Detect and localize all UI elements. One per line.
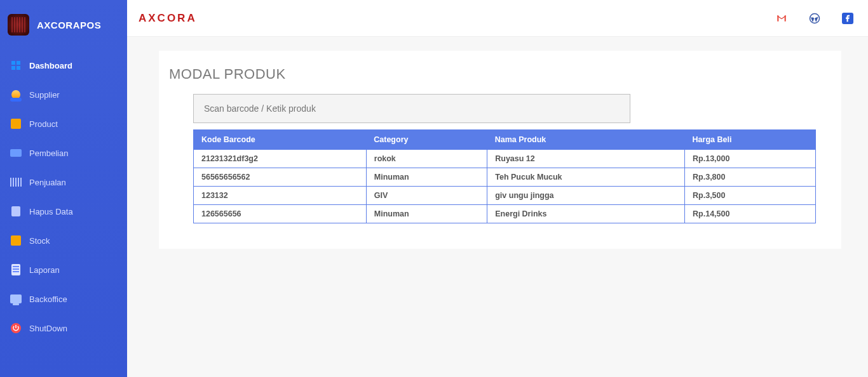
table-cell-category: Minuman (366, 168, 487, 187)
main-area: AXCORA MODAL PRODUK (127, 0, 868, 377)
table-cell-price: Rp.14,500 (685, 205, 816, 223)
table-cell-barcode: 123132 (194, 187, 367, 205)
facebook-icon[interactable] (841, 12, 854, 25)
power-icon (10, 322, 22, 334)
table-row[interactable]: 123132GIVgiv ungu jinggaRp.3,500 (194, 187, 816, 205)
table-cell-name: giv ungu jingga (487, 187, 685, 205)
search-box[interactable] (193, 94, 630, 123)
sidebar-item-pembelian[interactable]: Pembelian (0, 138, 127, 168)
sidebar-nav: DashboardSupplierProductPembelianPenjual… (0, 47, 127, 343)
topbar-icons (775, 12, 854, 25)
search-input[interactable] (204, 103, 620, 114)
table-cell-barcode: 56565656562 (194, 168, 367, 187)
sidebar-item-label: Dashboard (29, 61, 72, 70)
monitor-icon (10, 293, 22, 305)
sidebar-item-label: Supplier (29, 90, 60, 100)
app-logo-icon (8, 14, 29, 36)
product-table: Kode BarcodeCategoryNama ProdukHarga Bel… (193, 129, 816, 223)
sidebar-item-label: Backoffice (29, 294, 67, 304)
truck-icon (10, 147, 22, 159)
doc-icon (10, 264, 22, 275)
table-header-cell: Kode Barcode (194, 130, 367, 150)
sidebar-item-shutdown[interactable]: ShutDown (0, 314, 127, 343)
table-cell-price: Rp.3,800 (685, 168, 816, 187)
sidebar-item-label: Laporan (29, 265, 60, 275)
table-header-cell: Category (366, 130, 487, 150)
table-cell-category: rokok (366, 150, 487, 168)
topbar: AXCORA (127, 0, 868, 37)
brand-name: AXCORAPOS (37, 20, 101, 30)
table-cell-barcode: 21231321df3g2 (194, 150, 367, 168)
person-icon (10, 89, 22, 100)
sidebar: AXCORAPOS DashboardSupplierProductPembel… (0, 0, 127, 377)
sidebar-item-label: Hapus Data (29, 207, 73, 216)
table-row[interactable]: 126565656MinumanEnergi DrinksRp.14,500 (194, 205, 816, 223)
sidebar-item-label: Pembelian (29, 149, 68, 158)
table-cell-name: Teh Pucuk Mucuk (487, 168, 685, 187)
table-body: 21231321df3g2rokokRuyasu 12Rp.13,0005656… (194, 150, 816, 223)
sidebar-item-laporan[interactable]: Laporan (0, 255, 127, 284)
table-cell-category: Minuman (366, 205, 487, 223)
sidebar-header: AXCORAPOS (0, 0, 127, 47)
grid-icon (10, 60, 22, 71)
table-header-cell: Harga Beli (685, 130, 816, 150)
sidebar-item-supplier[interactable]: Supplier (0, 80, 127, 109)
sidebar-item-label: ShutDown (29, 324, 67, 333)
sidebar-item-penjualan[interactable]: Penjualan (0, 168, 127, 197)
table-cell-name: Energi Drinks (487, 205, 685, 223)
sidebar-item-label: Penjualan (29, 178, 66, 187)
table-cell-price: Rp.3,500 (685, 187, 816, 205)
table-cell-category: GIV (366, 187, 487, 205)
sidebar-item-stock[interactable]: Stock (0, 226, 127, 255)
gmail-icon[interactable] (775, 12, 788, 25)
sidebar-item-product[interactable]: Product (0, 109, 127, 138)
table-row[interactable]: 21231321df3g2rokokRuyasu 12Rp.13,000 (194, 150, 816, 168)
sidebar-item-backoffice[interactable]: Backoffice (0, 284, 127, 314)
box-icon (10, 235, 22, 246)
page-title: MODAL PRODUK (169, 66, 835, 83)
sidebar-item-label: Stock (29, 236, 50, 246)
table-header-row: Kode BarcodeCategoryNama ProdukHarga Bel… (194, 130, 816, 150)
trash-icon (10, 206, 22, 217)
barcode-icon (10, 176, 22, 188)
box-icon (10, 118, 22, 129)
table-cell-price: Rp.13,000 (685, 150, 816, 168)
content: MODAL PRODUK Kode BarcodeCategoryNama Pr… (127, 37, 868, 377)
sidebar-item-hapus-data[interactable]: Hapus Data (0, 197, 127, 226)
sidebar-item-label: Product (29, 119, 58, 129)
sidebar-item-dashboard[interactable]: Dashboard (0, 51, 127, 80)
table-row[interactable]: 56565656562MinumanTeh Pucuk MucukRp.3,80… (194, 168, 816, 187)
table-cell-name: Ruyasu 12 (487, 150, 685, 168)
header-brand: AXCORA (139, 12, 197, 25)
table-header-cell: Nama Produk (487, 130, 685, 150)
wordpress-icon[interactable] (808, 12, 821, 25)
table-cell-barcode: 126565656 (194, 205, 367, 223)
